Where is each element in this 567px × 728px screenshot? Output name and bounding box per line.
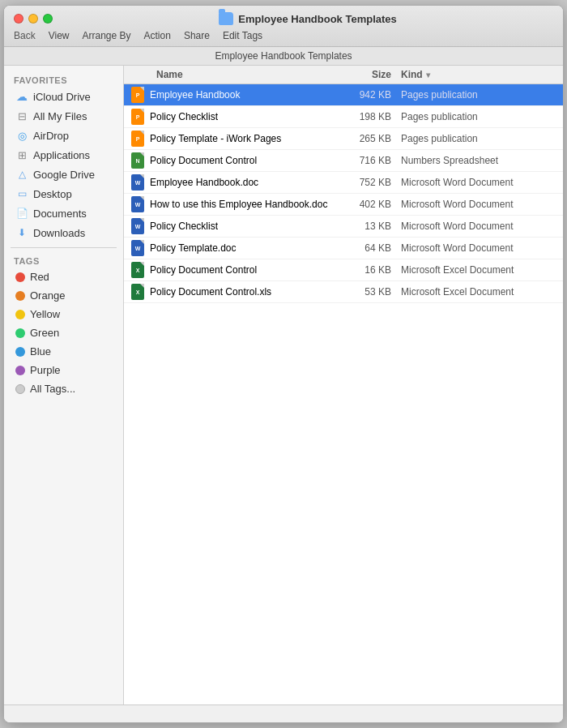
sidebar-item-airdrop[interactable]: ◎ AirDrop xyxy=(7,126,120,145)
drive-icon: △ xyxy=(15,168,28,181)
folder-header: Employee Handbook Templates xyxy=(4,47,563,66)
window-controls xyxy=(14,14,53,24)
file-name: How to use this Employee Handbook.doc xyxy=(150,199,327,210)
file-name-cell: X Policy Document Control xyxy=(124,262,336,278)
column-size[interactable]: Size xyxy=(336,69,401,80)
action-menu[interactable]: Action xyxy=(144,30,171,41)
share-menu[interactable]: Share xyxy=(184,30,210,41)
back-button[interactable]: Back xyxy=(14,30,36,41)
column-name[interactable]: Name xyxy=(124,69,336,80)
sidebar-item-label: Documents xyxy=(33,208,87,220)
file-size-cell: 13 KB xyxy=(336,221,401,232)
file-kind-cell: Pages publication xyxy=(401,133,563,144)
file-size-cell: 402 KB xyxy=(336,199,401,210)
all-tags-dot xyxy=(15,384,25,394)
sidebar-item-label: All My Files xyxy=(33,110,87,122)
sidebar-item-documents[interactable]: 📄 Documents xyxy=(7,203,120,223)
favorites-label: Favorites xyxy=(4,72,123,87)
file-size-cell: 942 KB xyxy=(336,89,401,101)
sidebar-item-all-my-files[interactable]: ⊟ All My Files xyxy=(7,106,120,126)
kind-sort-icon: ▾ xyxy=(426,71,430,79)
table-row[interactable]: P Policy Checklist 198 KB Pages publicat… xyxy=(124,106,563,128)
maximize-button[interactable] xyxy=(43,14,53,24)
file-rows: P Employee Handbook 942 KB Pages publica… xyxy=(124,84,563,303)
file-type-icon: W xyxy=(130,218,145,234)
file-kind-cell: Numbers Spreadsheet xyxy=(401,155,563,166)
blue-tag-dot xyxy=(15,347,25,357)
folder-icon xyxy=(219,12,233,25)
file-type-icon: X xyxy=(130,284,145,300)
downloads-icon: ⬇ xyxy=(15,226,28,239)
file-name: Policy Document Control xyxy=(150,264,257,276)
file-size-cell: 752 KB xyxy=(336,177,401,188)
docs-icon: 📄 xyxy=(15,207,28,220)
sidebar-item-label: Red xyxy=(30,271,49,283)
icloud-icon: ☁ xyxy=(15,90,28,103)
sidebar-item-orange[interactable]: Orange xyxy=(7,286,120,305)
sidebar-item-label: iCloud Drive xyxy=(33,91,91,103)
airdrop-icon: ◎ xyxy=(15,129,28,142)
table-row[interactable]: W How to use this Employee Handbook.doc … xyxy=(124,194,563,216)
sidebar-item-label: Google Drive xyxy=(33,169,95,181)
file-name-cell: W Employee Handbook.doc xyxy=(124,174,336,191)
file-name-cell: X Policy Document Control.xls xyxy=(124,284,336,300)
sidebar-item-icloud-drive[interactable]: ☁ iCloud Drive xyxy=(7,87,120,106)
file-kind-cell: Microsoft Excel Document xyxy=(401,264,563,276)
sidebar-item-downloads[interactable]: ⬇ Downloads xyxy=(7,223,120,242)
file-kind-cell: Microsoft Word Document xyxy=(401,177,563,188)
sidebar-item-purple[interactable]: Purple xyxy=(7,361,120,379)
table-row[interactable]: W Policy Template.doc 64 KB Microsoft Wo… xyxy=(124,238,563,259)
sidebar-item-label: Desktop xyxy=(33,188,72,200)
arrange-by-menu[interactable]: Arrange By xyxy=(82,30,130,41)
table-row[interactable]: X Policy Document Control.xls 53 KB Micr… xyxy=(124,281,563,303)
file-name: Policy Checklist xyxy=(150,221,218,232)
file-type-icon: N xyxy=(130,152,145,169)
file-name-cell: P Employee Handbook xyxy=(124,87,336,103)
sidebar-item-google-drive[interactable]: △ Google Drive xyxy=(7,165,120,184)
edit-tags-menu[interactable]: Edit Tags xyxy=(223,30,262,41)
minimize-button[interactable] xyxy=(28,14,38,24)
file-type-icon: P xyxy=(130,87,145,103)
sidebar-item-label: AirDrop xyxy=(33,130,69,142)
file-name: Policy Document Control xyxy=(150,155,257,166)
file-name: Policy Template.doc xyxy=(150,242,237,254)
file-size-cell: 53 KB xyxy=(336,286,401,298)
table-row[interactable]: P Policy Template - iWork Pages 265 KB P… xyxy=(124,128,563,150)
apps-icon: ⊞ xyxy=(15,148,28,161)
sidebar-item-desktop[interactable]: ▭ Desktop xyxy=(7,184,120,203)
orange-tag-dot xyxy=(15,291,25,301)
desktop-icon: ▭ xyxy=(15,187,28,200)
table-row[interactable]: P Employee Handbook 942 KB Pages publica… xyxy=(124,84,563,106)
table-row[interactable]: X Policy Document Control 16 KB Microsof… xyxy=(124,259,563,281)
file-name: Employee Handbook.doc xyxy=(150,177,258,188)
sidebar-item-label: Applications xyxy=(33,149,90,161)
files-icon: ⊟ xyxy=(15,109,28,122)
file-name-cell: P Policy Template - iWork Pages xyxy=(124,131,336,147)
sidebar-item-blue[interactable]: Blue xyxy=(7,342,120,361)
sidebar-item-label: Purple xyxy=(30,364,61,376)
file-type-icon: P xyxy=(130,131,145,147)
status-bar xyxy=(4,704,563,722)
sidebar-item-all-tags[interactable]: All Tags... xyxy=(7,379,120,398)
sidebar-item-green[interactable]: Green xyxy=(7,323,120,342)
sidebar-item-applications[interactable]: ⊞ Applications xyxy=(7,145,120,165)
file-kind-cell: Microsoft Excel Document xyxy=(401,286,563,298)
table-row[interactable]: W Employee Handbook.doc 752 KB Microsoft… xyxy=(124,172,563,194)
sidebar-item-red[interactable]: Red xyxy=(7,268,120,286)
table-row[interactable]: W Policy Checklist 13 KB Microsoft Word … xyxy=(124,216,563,238)
close-button[interactable] xyxy=(14,14,23,24)
sidebar-item-label: All Tags... xyxy=(30,383,75,395)
view-menu[interactable]: View xyxy=(49,30,70,41)
column-kind[interactable]: Kind ▾ xyxy=(401,69,563,80)
file-kind-cell: Microsoft Word Document xyxy=(401,242,563,254)
file-type-icon: P xyxy=(130,109,145,125)
file-type-icon: W xyxy=(130,240,145,256)
file-type-icon: X xyxy=(130,262,145,278)
sidebar-item-yellow[interactable]: Yellow xyxy=(7,305,120,323)
file-list-header: Name Size Kind ▾ xyxy=(124,66,563,84)
toolbar-menu: View Arrange By Action Share Edit Tags xyxy=(49,30,262,41)
file-size-cell: 716 KB xyxy=(336,155,401,166)
table-row[interactable]: N Policy Document Control 716 KB Numbers… xyxy=(124,150,563,172)
sidebar-item-label: Yellow xyxy=(30,308,60,320)
file-name: Policy Checklist xyxy=(150,111,218,122)
